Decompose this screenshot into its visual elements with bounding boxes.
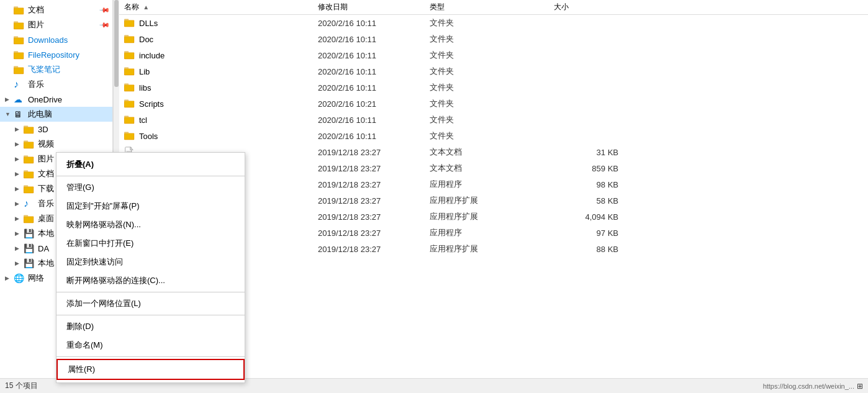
table-row[interactable]: DLLs 2020/2/16 10:11 文件夹 bbox=[119, 15, 868, 31]
drive-icon: 💾 bbox=[24, 228, 35, 239]
svg-rect-1 bbox=[14, 7, 18, 9]
file-name-label: DLLs bbox=[139, 19, 158, 28]
file-list-header: 名称 ▲ 修改日期 类型 大小 bbox=[119, 0, 868, 15]
table-row[interactable]: Doc 2020/2/16 10:11 文件夹 bbox=[119, 31, 868, 47]
status-url: https://blog.csdn.net/weixin_... bbox=[763, 382, 854, 390]
col-header-size[interactable]: 大小 bbox=[554, 2, 628, 12]
svg-rect-38 bbox=[125, 37, 133, 42]
sidebar-item-documents[interactable]: 文档 📌 bbox=[0, 2, 112, 17]
sidebar-label-filerepository: FileRepository bbox=[28, 50, 79, 60]
sidebar-item-music[interactable]: ♪ 音乐 bbox=[0, 77, 112, 92]
context-menu-item-open-new[interactable]: 在新窗口中打开(E) bbox=[57, 234, 245, 253]
pin-icon-documents: 📌 bbox=[98, 4, 110, 16]
svg-rect-34 bbox=[124, 19, 129, 21]
file-row-name: libs bbox=[119, 82, 318, 93]
context-menu-item-delete[interactable]: 删除(D) bbox=[57, 317, 245, 336]
folder-icon bbox=[124, 98, 135, 108]
sidebar-item-video[interactable]: ▶ 视频 bbox=[0, 137, 112, 151]
file-type-icon bbox=[124, 34, 135, 45]
sidebar-item-filerepository[interactable]: FileRepository bbox=[0, 47, 112, 62]
col-header-type[interactable]: 类型 bbox=[430, 2, 554, 12]
svg-rect-2 bbox=[14, 8, 23, 14]
sidebar-item-thispc[interactable]: ▼ 🖥 此电脑 bbox=[0, 107, 112, 122]
context-menu-item-rename[interactable]: 重命名(M) bbox=[57, 336, 245, 355]
context-menu-item-pin-quick[interactable]: 固定到快速访问 bbox=[57, 253, 245, 271]
svg-rect-35 bbox=[125, 20, 133, 26]
sidebar-item-flybirds[interactable]: 飞桨笔记 bbox=[0, 62, 112, 77]
expand-icon: ▶ bbox=[15, 230, 22, 237]
sidebar-label-music: 音乐 bbox=[28, 79, 44, 90]
file-row-name: DLLs bbox=[119, 17, 318, 29]
context-menu-item-add-location[interactable]: 添加一个网络位置(L) bbox=[57, 294, 245, 313]
expand-icon: ▶ bbox=[15, 156, 22, 162]
sidebar-item-onedrive[interactable]: ▶ ☁ OneDrive bbox=[0, 92, 112, 107]
cloud-icon: ☁ bbox=[14, 94, 25, 105]
context-menu-item-collapse[interactable]: 折叠(A) bbox=[57, 155, 245, 174]
col-header-date[interactable]: 修改日期 bbox=[318, 2, 430, 12]
col-header-name[interactable]: 名称 ▲ bbox=[119, 2, 318, 12]
status-count: 15 个项目 bbox=[5, 381, 38, 391]
file-name-label: Lib bbox=[139, 67, 150, 76]
svg-rect-23 bbox=[24, 157, 33, 163]
svg-rect-13 bbox=[14, 66, 18, 68]
file-row-type: 文件夹 bbox=[430, 98, 554, 109]
svg-rect-17 bbox=[24, 127, 33, 133]
context-menu-separator bbox=[57, 176, 245, 176]
file-row-size: 4,094 KB bbox=[554, 212, 628, 222]
file-row-type: 文件夹 bbox=[430, 82, 554, 93]
folder-icon bbox=[14, 49, 25, 60]
svg-rect-22 bbox=[24, 156, 28, 158]
file-row-type: 应用程序 bbox=[430, 227, 554, 238]
expand-icon: ▶ bbox=[15, 245, 22, 251]
sidebar-item-downloads[interactable]: Downloads bbox=[0, 32, 112, 47]
svg-rect-46 bbox=[124, 84, 129, 86]
context-menu-item-map-drive[interactable]: 映射网络驱动器(N)... bbox=[57, 215, 245, 234]
file-row-type: 文件夹 bbox=[430, 130, 554, 142]
sidebar-label-desktop: 桌面 bbox=[38, 213, 54, 224]
table-row[interactable]: libs 2020/2/16 10:11 文件夹 bbox=[119, 79, 868, 96]
folder-icon bbox=[24, 168, 35, 179]
file-row-type: 文件夹 bbox=[430, 17, 554, 29]
folder-icon bbox=[124, 34, 135, 43]
grid-icon: ⊞ bbox=[857, 382, 863, 391]
table-row[interactable]: Tools 2020/2/16 10:11 文件夹 bbox=[119, 128, 868, 144]
context-menu-item-manage[interactable]: 管理(G) bbox=[57, 178, 245, 197]
table-row[interactable]: include 2020/2/16 10:11 文件夹 bbox=[119, 47, 868, 63]
folder-icon bbox=[14, 4, 25, 16]
file-type-icon bbox=[124, 130, 135, 142]
file-name-label: libs bbox=[139, 83, 151, 93]
folder-icon bbox=[124, 17, 135, 27]
table-row[interactable]: Scripts 2020/2/16 10:21 文件夹 bbox=[119, 96, 868, 112]
table-row[interactable]: Lib 2020/2/16 10:11 文件夹 bbox=[119, 63, 868, 79]
sidebar-label-flybirds: 飞桨笔记 bbox=[28, 64, 60, 75]
file-row-date: 2019/12/18 23:27 bbox=[318, 148, 430, 157]
file-row-type: 文件夹 bbox=[430, 114, 554, 125]
file-name-label: Doc bbox=[139, 35, 153, 44]
sidebar-scrollbar-thumb[interactable] bbox=[114, 0, 119, 87]
sidebar-label-onedrive: OneDrive bbox=[28, 95, 62, 104]
file-row-date: 2019/12/18 23:27 bbox=[318, 228, 430, 238]
file-row-type: 文本文档 bbox=[430, 147, 554, 158]
context-menu-separator bbox=[57, 315, 245, 315]
sidebar-label-da: DA bbox=[38, 244, 49, 253]
sidebar-item-3d[interactable]: ▶ 3D bbox=[0, 122, 112, 137]
file-type-icon bbox=[124, 66, 135, 77]
sidebar-item-pictures[interactable]: 图片 📌 bbox=[0, 17, 112, 32]
context-menu-item-properties[interactable]: 属性(R) bbox=[57, 359, 245, 380]
svg-rect-50 bbox=[125, 101, 133, 107]
sidebar-label-documents2: 文档 bbox=[38, 168, 54, 179]
file-row-name: Scripts bbox=[119, 98, 318, 109]
svg-rect-4 bbox=[14, 22, 18, 24]
file-row-type: 文件夹 bbox=[430, 50, 554, 61]
expand-icon: ▶ bbox=[15, 215, 22, 222]
file-row-size: 58 KB bbox=[554, 196, 628, 206]
svg-rect-47 bbox=[125, 85, 133, 91]
file-row-type: 应用程序扩展 bbox=[430, 243, 554, 255]
context-menu-item-pin-start[interactable]: 固定到"开始"屏幕(P) bbox=[57, 197, 245, 215]
folder-icon bbox=[24, 138, 35, 150]
file-row-type: 应用程序 bbox=[430, 179, 554, 190]
context-menu-item-disconnect[interactable]: 断开网络驱动器的连接(C)... bbox=[57, 271, 245, 290]
file-name-label: Scripts bbox=[139, 99, 164, 109]
file-row-name: Doc bbox=[119, 34, 318, 45]
table-row[interactable]: tcl 2020/2/16 10:11 文件夹 bbox=[119, 112, 868, 128]
